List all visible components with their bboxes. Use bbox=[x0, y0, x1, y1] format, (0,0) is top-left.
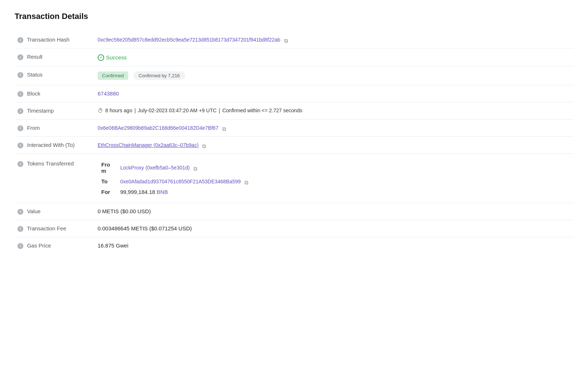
success-badge: ✓ Success bbox=[98, 54, 127, 61]
value-value: 0 METIS ($0.00 USD) bbox=[95, 203, 573, 220]
success-check-icon: ✓ bbox=[98, 54, 104, 61]
token-to-label: To bbox=[98, 176, 117, 186]
label-status: i Status bbox=[15, 66, 95, 85]
info-icon-block: i bbox=[17, 91, 23, 97]
label-interacted-with: i Interacted With (To) bbox=[15, 136, 95, 153]
from-address-link[interactable]: 0x6e06BAe29809b89ab2C168d66e004182D4e7Bf… bbox=[98, 125, 219, 131]
token-from-label: From bbox=[98, 160, 117, 176]
value-status: Confirmed Confirmed by 7,216 bbox=[95, 66, 573, 85]
row-from: i From 0x6e06BAe29809b89ab2C168d66e00418… bbox=[15, 119, 573, 136]
info-icon-value: i bbox=[17, 209, 23, 215]
value-gas-price: 16.875 Gwei bbox=[95, 237, 573, 254]
info-icon-from: i bbox=[17, 125, 23, 131]
interacted-with-link[interactable]: EthCrossChainManager (0x2aa63c–07b9ac) bbox=[98, 142, 199, 148]
label-result: i Result bbox=[15, 48, 95, 66]
page-title: Transaction Details bbox=[15, 12, 573, 21]
token-to-row: To 0xe0Afadad1d93704761c8550F21A53DE3468… bbox=[98, 176, 570, 186]
token-for-label: For bbox=[98, 187, 117, 197]
value-result: ✓ Success bbox=[95, 48, 573, 66]
timestamp-datetime: July-02-2023 03:47:20 AM +9 UTC bbox=[138, 108, 217, 113]
label-tokens-transferred: i Tokens Transferred bbox=[15, 153, 95, 203]
row-tokens-transferred: i Tokens Transferred From LockProxy (0xe… bbox=[15, 153, 573, 203]
timestamp-ago: 8 hours ago bbox=[105, 108, 132, 113]
row-timestamp: i Timestamp ⏱ 8 hours ago | July-02-2023… bbox=[15, 102, 573, 119]
copy-token-to-icon[interactable]: ⧉ bbox=[244, 179, 250, 184]
value-timestamp: ⏱ 8 hours ago | July-02-2023 03:47:20 AM… bbox=[95, 102, 573, 119]
token-from-row: From LockProxy (0xefb5a0–5e301d) ⧉ bbox=[98, 160, 570, 176]
value-tokens-transferred: From LockProxy (0xefb5a0–5e301d) ⧉ To 0x… bbox=[95, 153, 573, 203]
row-result: i Result ✓ Success bbox=[15, 48, 573, 66]
info-icon-fee: i bbox=[17, 226, 23, 232]
block-number-link[interactable]: 6743880 bbox=[98, 90, 119, 97]
label-transaction-hash: i Transaction Hash bbox=[15, 31, 95, 48]
token-from-value: LockProxy (0xefb5a0–5e301d) ⧉ bbox=[117, 160, 570, 176]
copy-token-from-icon[interactable]: ⧉ bbox=[193, 165, 199, 171]
token-for-amount: 99,999,184.18 bbox=[120, 189, 155, 195]
info-icon-interacted: i bbox=[17, 143, 23, 148]
label-block: i Block bbox=[15, 85, 95, 102]
confirmed-by-badge: Confirmed by 7,216 bbox=[133, 71, 185, 80]
token-bnb-link[interactable]: BNB bbox=[157, 189, 168, 195]
value-interacted-with: EthCrossChainManager (0x2aa63c–07b9ac) ⧉ bbox=[95, 136, 573, 153]
copy-from-icon[interactable]: ⧉ bbox=[222, 126, 227, 131]
label-transaction-fee: i Transaction Fee bbox=[15, 220, 95, 237]
token-for-value: 99,999,184.18 BNB bbox=[117, 187, 570, 197]
token-for-row: For 99,999,184.18 BNB bbox=[98, 187, 570, 197]
info-icon-transaction-hash: i bbox=[17, 37, 23, 43]
row-interacted-with: i Interacted With (To) EthCrossChainMana… bbox=[15, 136, 573, 153]
info-icon-timestamp: i bbox=[17, 108, 23, 114]
clock-icon: ⏱ bbox=[98, 108, 103, 114]
row-block: i Block 6743880 bbox=[15, 85, 573, 102]
row-status: i Status Confirmed Confirmed by 7,216 bbox=[15, 66, 573, 85]
value-transaction-hash: 0xc9ec56e205d857c8edd92ecb5c9ea5e7213d85… bbox=[95, 31, 573, 48]
value-block: 6743880 bbox=[95, 85, 573, 102]
transaction-hash-link[interactable]: 0xc9ec56e205d857c8edd92ecb5c9ea5e7213d85… bbox=[98, 37, 280, 43]
info-icon-tokens: i bbox=[17, 161, 23, 167]
token-to-link[interactable]: 0xe0Afadad1d93704761c8550F21A53DE3468Ba5… bbox=[120, 179, 241, 184]
row-value: i Value 0 METIS ($0.00 USD) bbox=[15, 203, 573, 220]
token-to-value: 0xe0Afadad1d93704761c8550F21A53DE3468Ba5… bbox=[117, 176, 570, 186]
token-from-link[interactable]: LockProxy (0xefb5a0–5e301d) bbox=[120, 165, 190, 171]
label-value: i Value bbox=[15, 203, 95, 220]
value-transaction-fee: 0.003486645 METIS ($0.071254 USD) bbox=[95, 220, 573, 237]
value-from: 0x6e06BAe29809b89ab2C168d66e004182D4e7Bf… bbox=[95, 119, 573, 136]
label-gas-price: i Gas Price bbox=[15, 237, 95, 254]
timestamp-confirmed: Confirmed within <= 2.727 seconds bbox=[222, 108, 302, 113]
info-icon-gas: i bbox=[17, 243, 23, 249]
transaction-details-table: i Transaction Hash 0xc9ec56e205d857c8edd… bbox=[15, 31, 573, 254]
confirmed-badge: Confirmed bbox=[98, 71, 128, 80]
tokens-inner-table: From LockProxy (0xefb5a0–5e301d) ⧉ To 0x… bbox=[98, 159, 571, 198]
info-icon-result: i bbox=[17, 54, 23, 60]
copy-interacted-icon[interactable]: ⧉ bbox=[202, 143, 207, 148]
info-icon-status: i bbox=[17, 72, 23, 78]
row-transaction-hash: i Transaction Hash 0xc9ec56e205d857c8edd… bbox=[15, 31, 573, 48]
copy-hash-icon[interactable]: ⧉ bbox=[284, 38, 289, 43]
label-from: i From bbox=[15, 119, 95, 136]
row-transaction-fee: i Transaction Fee 0.003486645 METIS ($0.… bbox=[15, 220, 573, 237]
row-gas-price: i Gas Price 16.875 Gwei bbox=[15, 237, 573, 254]
label-timestamp: i Timestamp bbox=[15, 102, 95, 119]
